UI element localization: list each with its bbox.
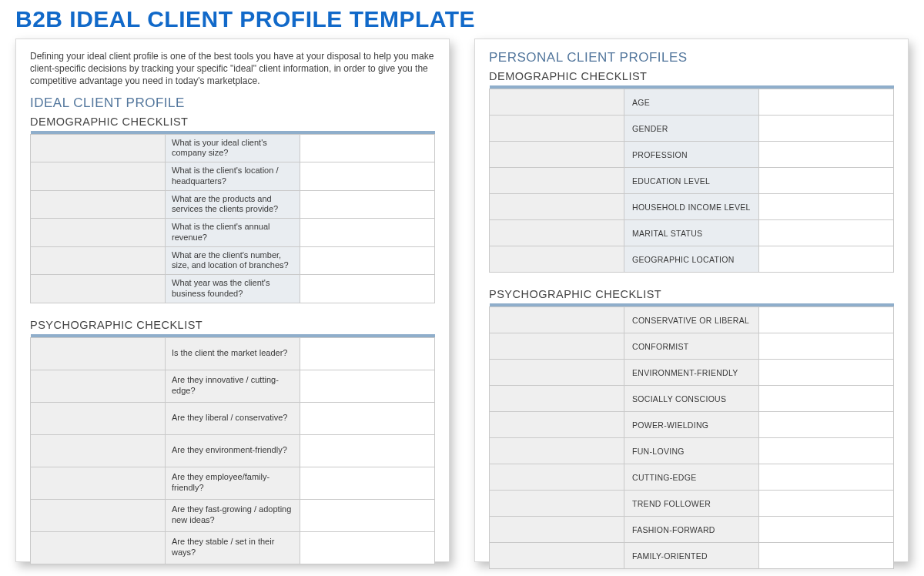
value-cell[interactable] — [759, 412, 894, 438]
accent-bar — [31, 131, 435, 134]
label-cell: What is the client's location / headquar… — [166, 162, 300, 191]
label-cell: FUN-LOVING — [624, 438, 759, 464]
check-cell[interactable] — [490, 464, 624, 491]
value-cell[interactable] — [759, 116, 894, 142]
table-row: SOCIALLY CONSCIOUS — [490, 386, 894, 412]
label-cell: Are they stable / set in their ways? — [166, 531, 300, 564]
label-cell: Are they innovative / cutting-edge? — [166, 370, 300, 402]
value-cell[interactable] — [759, 491, 894, 517]
check-cell[interactable] — [490, 142, 624, 168]
label-cell: Are they employee/family-friendly? — [166, 467, 300, 499]
value-cell[interactable] — [300, 337, 435, 370]
value-cell[interactable] — [759, 220, 894, 246]
check-cell[interactable] — [31, 162, 166, 191]
value-cell[interactable] — [759, 246, 894, 273]
card-personal-client-profiles: PERSONAL CLIENT PROFILES DEMOGRAPHIC CHE… — [474, 39, 909, 562]
table-row: GEOGRAPHIC LOCATION — [490, 246, 894, 273]
value-cell[interactable] — [759, 386, 894, 412]
check-cell[interactable] — [31, 434, 166, 467]
check-cell[interactable] — [490, 360, 624, 386]
check-cell[interactable] — [490, 333, 624, 360]
label-cell: What is the client's annual revenue? — [166, 219, 300, 247]
label-cell: CONSERVATIVE OR LIBERAL — [624, 307, 759, 333]
check-cell[interactable] — [490, 246, 624, 273]
check-cell[interactable] — [31, 467, 166, 499]
value-cell[interactable] — [300, 467, 435, 499]
check-cell[interactable] — [490, 438, 624, 464]
table-row: CONSERVATIVE OR LIBERAL — [490, 307, 894, 333]
table-row: FASHION-FORWARD — [490, 517, 894, 543]
value-cell[interactable] — [759, 194, 894, 220]
value-cell[interactable] — [300, 134, 435, 162]
value-cell[interactable] — [300, 402, 435, 434]
table-row: POWER-WIELDING — [490, 412, 894, 438]
value-cell[interactable] — [759, 333, 894, 360]
table-row: MARITAL STATUS — [490, 220, 894, 246]
check-cell[interactable] — [490, 543, 624, 569]
value-cell[interactable] — [759, 438, 894, 464]
value-cell[interactable] — [300, 162, 435, 191]
accent-bar — [31, 334, 435, 337]
value-cell[interactable] — [300, 219, 435, 247]
value-cell[interactable] — [759, 517, 894, 543]
value-cell[interactable] — [300, 434, 435, 467]
value-cell[interactable] — [759, 142, 894, 168]
label-cell: What is your ideal client's company size… — [166, 134, 300, 162]
check-cell[interactable] — [490, 517, 624, 543]
check-cell[interactable] — [490, 116, 624, 142]
check-cell[interactable] — [490, 168, 624, 194]
label-cell: GEOGRAPHIC LOCATION — [624, 246, 759, 273]
page-title: B2B IDEAL CLIENT PROFILE TEMPLATE — [0, 0, 924, 39]
check-cell[interactable] — [31, 275, 166, 303]
check-cell[interactable] — [31, 219, 166, 247]
check-cell[interactable] — [31, 402, 166, 434]
value-cell[interactable] — [759, 543, 894, 569]
table-right-psy: CONSERVATIVE OR LIBERAL CONFORMIST ENVIR… — [489, 303, 894, 569]
value-cell[interactable] — [300, 370, 435, 402]
section-title-ideal: IDEAL CLIENT PROFILE — [30, 95, 435, 111]
label-cell: CUTTING-EDGE — [624, 464, 759, 491]
table-row: ENVIRONMENT-FRIENDLY — [490, 360, 894, 386]
check-cell[interactable] — [490, 386, 624, 412]
check-cell[interactable] — [490, 307, 624, 333]
check-cell[interactable] — [31, 337, 166, 370]
check-cell[interactable] — [31, 499, 166, 531]
value-cell[interactable] — [300, 275, 435, 303]
table-row: What year was the client's business foun… — [31, 275, 435, 303]
check-cell[interactable] — [490, 412, 624, 438]
value-cell[interactable] — [759, 89, 894, 116]
accent-bar — [490, 303, 894, 306]
check-cell[interactable] — [490, 220, 624, 246]
value-cell[interactable] — [300, 499, 435, 531]
label-cell: MARITAL STATUS — [624, 220, 759, 246]
heading-left-psy: PSYCHOGRAPHIC CHECKLIST — [30, 319, 435, 331]
check-cell[interactable] — [31, 370, 166, 402]
value-cell[interactable] — [300, 531, 435, 564]
check-cell[interactable] — [31, 531, 166, 564]
check-cell[interactable] — [31, 134, 166, 162]
card-ideal-client-profile: Defining your ideal client profile is on… — [15, 39, 450, 562]
label-cell: PROFESSION — [624, 142, 759, 168]
accent-bar — [490, 85, 894, 89]
value-cell[interactable] — [759, 168, 894, 194]
table-row: GENDER — [490, 116, 894, 142]
check-cell[interactable] — [490, 89, 624, 116]
value-cell[interactable] — [759, 464, 894, 491]
label-cell: HOUSEHOLD INCOME LEVEL — [624, 194, 759, 220]
table-row: What is your ideal client's company size… — [31, 134, 435, 162]
check-cell[interactable] — [31, 190, 166, 219]
check-cell[interactable] — [490, 491, 624, 517]
value-cell[interactable] — [759, 307, 894, 333]
check-cell[interactable] — [31, 246, 166, 275]
table-row: CUTTING-EDGE — [490, 464, 894, 491]
check-cell[interactable] — [490, 194, 624, 220]
table-row: What are the products and services the c… — [31, 190, 435, 219]
value-cell[interactable] — [300, 246, 435, 275]
value-cell[interactable] — [300, 190, 435, 219]
table-row: CONFORMIST — [490, 333, 894, 360]
table-left-psy: Is the client the market leader? Are the… — [30, 334, 435, 564]
value-cell[interactable] — [759, 360, 894, 386]
label-cell: Are they fast-growing / adopting new ide… — [166, 499, 300, 531]
table-row: EDUCATION LEVEL — [490, 168, 894, 194]
table-row: FAMILY-ORIENTED — [490, 543, 894, 569]
